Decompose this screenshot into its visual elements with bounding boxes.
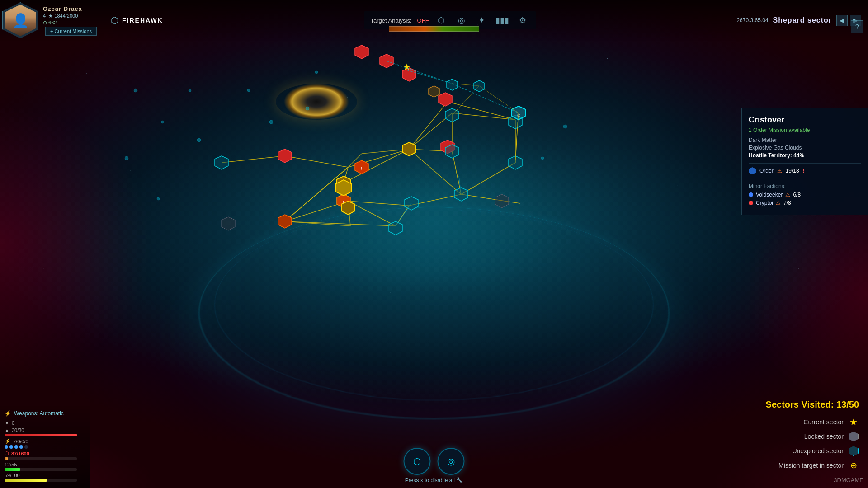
voidseeker-dot <box>749 192 753 197</box>
info-prop-2: Explosive Gas Clouds <box>749 145 861 151</box>
nav-prev-button[interactable]: ◀ <box>836 15 848 26</box>
stat-fuel-header: 59/100 <box>5 473 86 478</box>
bottom-left-hud: ⚡ Weapons: Automatic ▼ 0 ▲ 30/30 ⚡ 7/0/0… <box>0 406 90 488</box>
game-clock: 2670.3.65.04 <box>736 17 768 23</box>
info-panel-title: Cristover <box>749 115 861 125</box>
svg-point-67 <box>269 120 273 124</box>
svg-marker-59 <box>495 194 509 208</box>
hexagon-icon[interactable]: ⬡ <box>434 14 448 27</box>
ship-name: FIREHAWK <box>122 17 163 24</box>
unexplored-sector-label: Unexplored sector <box>792 447 844 455</box>
svg-point-62 <box>125 156 128 160</box>
bottom-right-legend: Sectors Visited: 13/50 Current sector ★ … <box>766 399 859 474</box>
weapons-icon: ⚡ <box>5 410 11 417</box>
order-icon <box>749 167 756 174</box>
current-sector-icon: ★ <box>848 417 859 427</box>
svg-marker-34 <box>355 45 368 59</box>
sectors-visited: Sectors Visited: 13/50 <box>766 399 859 410</box>
svg-text:!: ! <box>361 166 362 171</box>
armor-bar-container <box>5 468 77 471</box>
player-info: Ozcar Draex 4 ★ 1844/2000 ⊙ 662 + Curren… <box>41 3 99 38</box>
sector-name: Shepard sector <box>773 16 832 24</box>
svg-marker-41 <box>278 215 292 228</box>
svg-line-23 <box>461 194 520 203</box>
top-center: Target Analysis: OFF ⬡ ◎ ✦ ▮▮▮ ⚙ <box>163 11 737 29</box>
dot-3 <box>14 445 18 449</box>
svg-point-64 <box>189 89 191 92</box>
svg-line-6 <box>344 149 409 183</box>
svg-marker-33 <box>278 149 292 163</box>
hud-button-right[interactable]: ◎ <box>438 448 465 475</box>
svg-point-70 <box>541 157 544 160</box>
portrait-hex: 👤 <box>2 2 38 38</box>
top-icons-group: ⬡ ◎ ✦ ▮▮▮ ⚙ <box>434 14 529 27</box>
svg-marker-81 <box>474 80 485 92</box>
fuel-value: 59/100 <box>5 473 20 478</box>
health-value: 30/30 <box>12 427 24 433</box>
info-hostile: Hostile Territory: 44% <box>749 152 861 159</box>
help-button[interactable]: ? <box>851 20 863 33</box>
player-xp: 1844/2000 <box>54 13 78 19</box>
health-icon: ▲ <box>5 427 9 433</box>
voidseeker-name: Voidseeker <box>756 192 783 198</box>
voidseeker-count: 6/8 <box>793 192 801 198</box>
locked-sector-label: Locked sector <box>804 433 844 440</box>
minor-faction-voidseeker: Voidseeker ⚠ 6/8 <box>749 192 861 198</box>
legend-current-sector: Current sector ★ <box>766 417 859 427</box>
legend-mission-target: Mission target in sector ⊕ <box>766 460 859 471</box>
svg-marker-54 <box>405 197 418 210</box>
svg-line-79 <box>452 86 479 115</box>
target-analysis-label: Target Analysis: <box>371 17 412 24</box>
cryptoi-count: 7/8 <box>783 200 791 206</box>
crosshair-icon[interactable]: ✦ <box>475 14 489 27</box>
svg-line-32 <box>285 167 348 221</box>
dot-2 <box>9 445 13 449</box>
minor-factions-title: Minor Factions: <box>749 183 861 189</box>
svg-line-13 <box>348 201 409 206</box>
info-panel-mission: 1 Order Mission available <box>749 127 861 133</box>
health-bar <box>5 434 77 436</box>
svg-marker-55 <box>389 221 402 235</box>
svg-point-68 <box>315 71 318 74</box>
energy-value: 7/0/0/0 <box>13 439 28 444</box>
order-row: Order ⚠ 19/18 ! <box>749 167 861 174</box>
mission-target-label: Mission target in sector <box>778 462 844 469</box>
svg-line-21 <box>461 163 515 194</box>
current-sector-label: Current sector <box>803 418 844 426</box>
health-bar-container <box>5 434 77 436</box>
down-arrow-icon: ▼ <box>5 420 9 426</box>
dot-4 <box>19 445 23 449</box>
energy-icon: ⚡ <box>5 438 11 444</box>
bars-icon[interactable]: ▮▮▮ <box>495 14 509 27</box>
weapons-label: ⚡ Weapons: Automatic <box>5 410 86 417</box>
stat-health: ▲ 30/30 <box>5 427 86 436</box>
current-missions-button[interactable]: + Current Missions <box>45 27 97 36</box>
svg-point-69 <box>306 107 309 110</box>
svg-marker-37 <box>439 93 452 106</box>
svg-point-63 <box>157 197 160 200</box>
svg-marker-51 <box>445 145 459 158</box>
order-alert-icon: ⚠ <box>777 168 782 174</box>
gear-icon[interactable]: ⚙ <box>516 14 529 27</box>
svg-line-0 <box>222 156 285 163</box>
stat-fuel: 59/100 <box>5 473 86 482</box>
stat-ammo: ▼ 0 <box>5 420 86 426</box>
target-analysis-status: OFF <box>417 17 429 24</box>
top-right: 2670.3.65.04 Shepard sector ◀ ▶ ? <box>736 15 861 26</box>
galaxy-map: ! ! ⬡ <box>0 0 868 488</box>
cryptoi-alert: ⚠ <box>776 200 781 206</box>
ship-section: ⬡ FIREHAWK <box>104 15 163 26</box>
svg-marker-46 <box>341 201 355 215</box>
svg-line-19 <box>452 113 515 120</box>
shield-value: 87/1600 <box>11 451 29 456</box>
minor-faction-cryptoi: Cryptoi ⚠ 7/8 <box>749 200 861 206</box>
svg-point-66 <box>247 89 250 92</box>
stat-ammo-header: ▼ 0 <box>5 420 86 426</box>
player-portrait[interactable]: 👤 <box>2 2 38 38</box>
svg-line-77 <box>479 86 519 113</box>
shield-icon: ⬡ <box>5 450 9 456</box>
svg-line-73 <box>387 61 452 84</box>
hud-button-left[interactable]: ⬡ <box>404 448 431 475</box>
target-icon[interactable]: ◎ <box>455 14 468 27</box>
armor-bar <box>5 468 20 471</box>
